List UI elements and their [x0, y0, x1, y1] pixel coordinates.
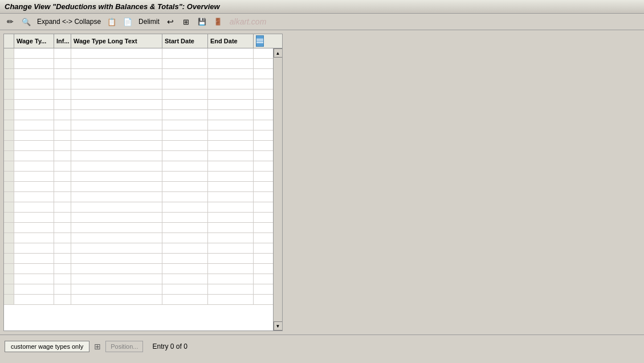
cell-start-date[interactable] — [162, 120, 208, 130]
customer-wage-types-button[interactable]: customer wage types only — [5, 341, 89, 352]
cell-inf[interactable] — [54, 274, 71, 284]
cell-start-date[interactable] — [162, 254, 208, 263]
cell-inf[interactable] — [54, 264, 71, 274]
cell-start-date[interactable] — [162, 79, 208, 89]
row-select-cell[interactable] — [4, 110, 14, 120]
table-row[interactable] — [4, 233, 273, 243]
table-row[interactable] — [4, 48, 273, 59]
cell-long-text[interactable] — [71, 202, 162, 212]
cell-inf[interactable] — [54, 213, 71, 222]
cell-end-date[interactable] — [208, 130, 254, 140]
position-button[interactable]: Position... — [105, 341, 143, 352]
cell-wage-ty[interactable] — [14, 243, 54, 253]
cell-long-text[interactable] — [71, 130, 162, 140]
cell-wage-ty[interactable] — [14, 192, 54, 202]
table-row[interactable] — [4, 182, 273, 192]
vertical-scrollbar[interactable]: ▲ ▼ — [273, 48, 282, 331]
table-row[interactable] — [4, 213, 273, 223]
row-select-cell[interactable] — [4, 48, 14, 58]
cell-inf[interactable] — [54, 141, 71, 150]
cell-inf[interactable] — [54, 69, 71, 79]
cell-wage-ty[interactable] — [14, 223, 54, 233]
cell-long-text[interactable] — [71, 254, 162, 263]
exit-button[interactable]: 🚪 — [211, 15, 225, 28]
table-row[interactable] — [4, 284, 273, 295]
table-row[interactable] — [4, 120, 273, 130]
row-select-cell[interactable] — [4, 243, 14, 253]
cell-wage-ty[interactable] — [14, 172, 54, 181]
cell-end-date[interactable] — [208, 192, 254, 202]
row-select-cell[interactable] — [4, 151, 14, 161]
cell-wage-ty[interactable] — [14, 254, 54, 263]
table-row[interactable] — [4, 274, 273, 284]
cell-inf[interactable] — [54, 223, 71, 233]
table-row[interactable] — [4, 141, 273, 151]
settings-icon[interactable] — [256, 35, 264, 47]
cell-long-text[interactable] — [71, 264, 162, 274]
cell-start-date[interactable] — [162, 172, 208, 181]
cell-wage-ty[interactable] — [14, 141, 54, 150]
scroll-track[interactable] — [274, 58, 283, 321]
cell-start-date[interactable] — [162, 141, 208, 150]
row-select-cell[interactable] — [4, 192, 14, 202]
cell-end-date[interactable] — [208, 243, 254, 253]
cell-long-text[interactable] — [71, 120, 162, 130]
cell-end-date[interactable] — [208, 89, 254, 99]
cell-inf[interactable] — [54, 182, 71, 191]
row-select-cell[interactable] — [4, 79, 14, 89]
cell-start-date[interactable] — [162, 48, 208, 58]
cell-inf[interactable] — [54, 243, 71, 253]
table-row[interactable] — [4, 79, 273, 89]
cell-long-text[interactable] — [71, 59, 162, 68]
cell-start-date[interactable] — [162, 110, 208, 120]
cell-wage-ty[interactable] — [14, 110, 54, 120]
cell-wage-ty[interactable] — [14, 161, 54, 171]
cell-long-text[interactable] — [71, 213, 162, 222]
find-button[interactable]: 🔍 — [19, 15, 33, 28]
table-row[interactable] — [4, 59, 273, 69]
cell-inf[interactable] — [54, 202, 71, 212]
cell-wage-ty[interactable] — [14, 151, 54, 161]
scroll-up-button[interactable]: ▲ — [274, 48, 283, 58]
cell-long-text[interactable] — [71, 192, 162, 202]
row-select-cell[interactable] — [4, 59, 14, 68]
cell-start-date[interactable] — [162, 161, 208, 171]
table-row[interactable] — [4, 151, 273, 161]
expand-collapse-button[interactable]: Expand <-> Collapse — [35, 17, 103, 27]
cell-start-date[interactable] — [162, 182, 208, 191]
row-select-cell[interactable] — [4, 264, 14, 274]
table-row[interactable] — [4, 192, 273, 202]
cell-end-date[interactable] — [208, 110, 254, 120]
cell-start-date[interactable] — [162, 243, 208, 253]
cell-start-date[interactable] — [162, 59, 208, 68]
cell-wage-ty[interactable] — [14, 79, 54, 89]
cell-inf[interactable] — [54, 284, 71, 294]
cell-wage-ty[interactable] — [14, 120, 54, 130]
cell-end-date[interactable] — [208, 120, 254, 130]
cell-start-date[interactable] — [162, 130, 208, 140]
row-select-cell[interactable] — [4, 202, 14, 212]
cell-end-date[interactable] — [208, 202, 254, 212]
cell-start-date[interactable] — [162, 192, 208, 202]
cell-wage-ty[interactable] — [14, 264, 54, 274]
cell-end-date[interactable] — [208, 151, 254, 161]
cell-inf[interactable] — [54, 192, 71, 202]
cell-end-date[interactable] — [208, 233, 254, 243]
table-row[interactable] — [4, 254, 273, 264]
cell-start-date[interactable] — [162, 233, 208, 243]
cell-end-date[interactable] — [208, 69, 254, 79]
cell-inf[interactable] — [54, 233, 71, 243]
cell-end-date[interactable] — [208, 284, 254, 294]
cell-end-date[interactable] — [208, 48, 254, 58]
cell-inf[interactable] — [54, 161, 71, 171]
cell-end-date[interactable] — [208, 141, 254, 150]
copy-button[interactable]: 📋 — [105, 15, 119, 28]
row-select-cell[interactable] — [4, 182, 14, 191]
cell-long-text[interactable] — [71, 151, 162, 161]
cell-inf[interactable] — [54, 295, 71, 304]
row-select-cell[interactable] — [4, 274, 14, 284]
cell-start-date[interactable] — [162, 89, 208, 99]
table-row[interactable] — [4, 223, 273, 233]
cell-start-date[interactable] — [162, 100, 208, 109]
cell-end-date[interactable] — [208, 213, 254, 222]
